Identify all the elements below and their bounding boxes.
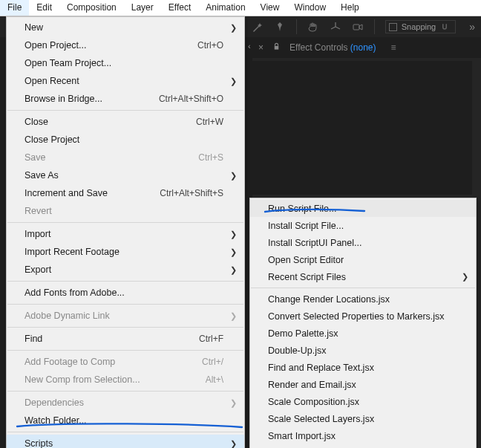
file-menu: New❯Open Project...Ctrl+OOpen Team Proje… [6,16,245,448]
menu-item-label: Increment and Save [24,188,160,198]
snapping-checkbox[interactable] [389,23,397,31]
file-menu-item[interactable]: Increment and SaveCtrl+Alt+Shift+S [7,184,244,202]
effect-controls-target: (none) [350,42,376,53]
submenu-arrow-icon: ❯ [230,247,237,257]
file-menu-item: Add Footage to CompCtrl+/ [7,353,244,371]
menu-window[interactable]: Window [287,0,333,16]
file-menu-item: SaveCtrl+S [7,149,244,166]
wand-icon[interactable] [252,21,264,33]
scripts-menu-item[interactable]: Find and Replace Text.jsx [250,359,476,376]
menu-item-label: Find and Replace Text.jsx [268,363,458,373]
file-menu-item[interactable]: Close Project [7,131,244,149]
menu-item-label: Dependencies [24,397,223,408]
menu-view[interactable]: View [253,0,287,16]
scripts-menu-item[interactable]: Scale Composition.jsx [250,393,476,410]
menu-item-label: Convert Selected Properties to Markers.j… [268,311,458,322]
menu-item-label: Save [24,152,198,163]
menu-item-shortcut: Ctrl+O [197,40,223,51]
panel-collapse-left-icon[interactable]: ‹ [248,42,251,51]
menu-item-label: Watch Folder... [24,415,223,426]
file-menu-item[interactable]: FindCtrl+F [7,330,244,348]
file-menu-item[interactable]: Watch Folder... [7,412,244,429]
menu-item-label: Open Team Project... [24,58,223,68]
submenu-arrow-icon: ❯ [230,439,237,449]
menu-separator [7,391,243,392]
menu-edit[interactable]: Edit [29,0,59,16]
file-menu-item[interactable]: New❯ [7,19,244,36]
lock-icon[interactable] [272,42,281,53]
menu-item-label: Adobe Dynamic Link [24,311,223,321]
scripts-submenu: Run Script File...Install Script File...… [249,198,477,448]
scripts-menu-item[interactable]: Change Render Locations.jsx [250,290,476,308]
menu-separator [7,281,243,282]
file-menu-item[interactable]: Scripts❯ [7,435,244,448]
scripts-menu-item[interactable]: Smart Import.jsx [250,427,476,444]
menu-item-label: Demo Palette.jsx [268,328,458,339]
menu-separator [7,350,243,351]
camera-icon[interactable] [352,21,364,33]
file-menu-item[interactable]: Import❯ [7,225,244,243]
file-menu-item: New Comp from Selection...Alt+\ [7,371,244,389]
menu-help[interactable]: Help [333,0,367,16]
axis-icon[interactable] [330,21,341,33]
menu-item-label: Run Script File... [268,204,458,214]
menu-item-label: New [24,22,223,33]
file-menu-item[interactable]: CloseCtrl+W [7,113,244,131]
menu-item-shortcut: Ctrl+/ [202,357,223,367]
submenu-arrow-icon: ❯ [230,23,237,33]
menu-item-label: Open Recent [24,76,223,86]
menu-layer[interactable]: Layer [124,0,161,16]
file-menu-item[interactable]: Save As❯ [7,166,244,184]
scripts-menu-item[interactable]: Run Script File... [250,200,476,217]
menu-item-label: New Comp from Selection... [24,374,206,385]
scripts-menu-item[interactable]: Install Script File... [250,217,476,234]
pin-icon[interactable] [274,21,286,33]
panel-empty-area [252,61,472,195]
file-menu-item[interactable]: Add Fonts from Adobe... [7,284,244,302]
submenu-arrow-icon: ❯ [462,272,468,282]
menu-item-label: Change Render Locations.jsx [268,294,458,305]
file-menu-item[interactable]: Export❯ [7,261,244,279]
menu-effect[interactable]: Effect [161,0,198,16]
toolbar-separator [296,19,297,34]
menu-item-label: Close [24,117,196,127]
panel-menu-icon[interactable]: ≡ [391,42,396,53]
panel-expand-icon[interactable]: × [258,42,264,53]
menu-separator [7,110,243,111]
scripts-menu-item[interactable]: Sort Earliest Inpoints.jsx [250,444,476,448]
svg-rect-0 [353,25,359,30]
snapping-toggle[interactable]: Snapping [385,20,457,33]
scripts-menu-item[interactable]: Scale Selected Layers.jsx [250,410,476,427]
menu-separator [7,222,243,223]
file-menu-item[interactable]: Browse in Bridge...Ctrl+Alt+Shift+O [7,90,244,108]
scripts-menu-item[interactable]: Double-Up.jsx [250,342,476,359]
scripts-menu-item[interactable]: Demo Palette.jsx [250,325,476,342]
menu-file[interactable]: File [0,0,29,16]
scripts-menu-item[interactable]: Render and Email.jsx [250,376,476,393]
scripts-menu-item[interactable]: Install ScriptUI Panel... [250,234,476,251]
panel-tabs: × Effect Controls (none) ≡ [252,37,481,58]
submenu-arrow-icon: ❯ [230,311,237,321]
scripts-menu-item[interactable]: Open Script Editor [250,251,476,268]
menu-separator [7,327,243,328]
toolbar-separator [374,19,375,34]
effect-controls-tab[interactable]: Effect Controls (none) [289,42,376,53]
hand-icon[interactable] [307,21,319,33]
menu-item-label: Import [24,229,223,239]
file-menu-item[interactable]: Open Team Project... [7,54,244,72]
scripts-menu-item[interactable]: Recent Script Files❯ [250,268,476,285]
menu-animation[interactable]: Animation [198,0,252,16]
toolbar-overflow-icon[interactable]: » [466,21,475,33]
menu-item-label: Scripts [24,438,223,448]
file-menu-item: Adobe Dynamic Link❯ [7,307,244,325]
file-menu-item[interactable]: Import Recent Footage❯ [7,243,244,261]
file-menu-item[interactable]: Open Project...Ctrl+O [7,36,244,54]
menu-item-shortcut: Ctrl+F [199,334,223,344]
menu-item-label: Install Script File... [268,221,458,231]
menu-composition[interactable]: Composition [59,0,124,16]
file-menu-item[interactable]: Open Recent❯ [7,72,244,90]
menu-item-label: Scale Selected Layers.jsx [268,414,458,424]
menu-item-label: Find [24,334,199,344]
scripts-menu-item[interactable]: Convert Selected Properties to Markers.j… [250,308,476,325]
submenu-arrow-icon: ❯ [230,398,237,408]
